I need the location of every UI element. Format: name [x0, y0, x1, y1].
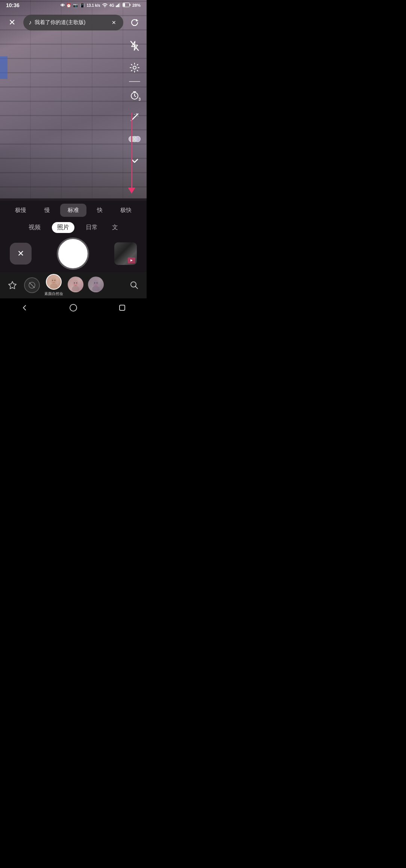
speed-item-slow[interactable]: 慢: [34, 204, 60, 217]
controls-row: ✕: [0, 239, 147, 268]
svg-rect-7: [123, 3, 125, 7]
timer-button[interactable]: 3: [126, 87, 143, 104]
nav-bar: [0, 298, 147, 317]
toolbar-divider: [129, 81, 140, 82]
refresh-button[interactable]: [128, 16, 141, 29]
speed-item-fast[interactable]: 快: [86, 204, 113, 217]
svg-point-0: [104, 6, 105, 8]
svg-rect-4: [119, 3, 120, 7]
speed-item-normal[interactable]: 标准: [60, 204, 86, 217]
svg-point-25: [94, 283, 95, 284]
filter-search-button[interactable]: [127, 278, 141, 292]
mode-photo[interactable]: 照片: [52, 222, 74, 233]
svg-line-14: [29, 283, 35, 288]
mode-selector: 视频 照片 日常 文: [0, 222, 147, 233]
svg-point-29: [70, 304, 77, 311]
home-button[interactable]: [64, 298, 83, 317]
mode-video[interactable]: 视频: [26, 222, 44, 233]
mode-daily[interactable]: 日常: [83, 222, 101, 233]
flash-button[interactable]: [126, 38, 143, 54]
speed-item-very-fast[interactable]: 极快: [113, 204, 139, 217]
filter-face-2[interactable]: [68, 277, 83, 294]
vibrate-icon: 📳: [80, 3, 85, 8]
svg-rect-30: [120, 305, 125, 310]
blue-accent: [0, 56, 8, 79]
status-bar: 10:36 👁 ⏰ 📷 📳 13.1 k/s 4G 28%: [0, 0, 147, 11]
signal-icon: [116, 3, 121, 8]
svg-point-20: [72, 286, 79, 291]
svg-point-24: [92, 286, 100, 291]
recent-apps-button[interactable]: [113, 298, 132, 317]
battery-percent: 28%: [132, 3, 141, 8]
svg-point-21: [74, 283, 75, 284]
filter-natural-makeup-label: 素颜自然妆: [44, 291, 63, 296]
back-button[interactable]: [15, 298, 34, 317]
favorites-button[interactable]: [5, 278, 20, 292]
filter-no-filter[interactable]: [24, 277, 40, 293]
svg-point-16: [50, 283, 58, 289]
mode-text[interactable]: 文: [109, 222, 121, 233]
status-icons: 👁 ⏰ 📷 📳 13.1 k/s 4G 28%: [61, 3, 141, 8]
svg-rect-6: [130, 4, 130, 6]
svg-rect-2: [117, 5, 118, 7]
svg-point-18: [55, 280, 56, 281]
svg-rect-3: [118, 4, 119, 7]
filter-natural-makeup[interactable]: 素颜自然妆: [44, 274, 63, 296]
speed-item-very-slow[interactable]: 极慢: [8, 204, 34, 217]
speed-selector: 极慢 慢 标准 快 极快: [0, 204, 147, 217]
music-title: 我着了你的道(主歌版): [35, 19, 107, 26]
svg-rect-1: [116, 6, 117, 7]
network-speed: 13.1 k/s: [86, 3, 100, 8]
filter-face-3[interactable]: [88, 277, 104, 294]
gallery-thumbnail[interactable]: [114, 242, 137, 265]
timer-badge: 3: [138, 97, 141, 101]
wifi-icon: [102, 3, 108, 8]
data-4g-icon: 4G: [109, 3, 114, 8]
music-remove-button[interactable]: ✕: [110, 18, 118, 27]
alarm-icon: ⏰: [66, 3, 71, 8]
close-button[interactable]: ✕: [5, 16, 19, 29]
eye-icon: 👁: [61, 3, 65, 8]
svg-point-22: [76, 283, 77, 284]
bottom-panel: 极慢 慢 标准 快 极快 视频 照片 日常 文 ✕: [0, 198, 147, 272]
music-note-icon: ♪: [29, 19, 32, 26]
music-pill[interactable]: ♪ 我着了你的道(主歌版) ✕: [23, 15, 123, 30]
cancel-button[interactable]: ✕: [10, 243, 32, 265]
svg-point-26: [97, 283, 98, 284]
svg-point-17: [52, 280, 53, 281]
filter-bar: 素颜自然妆: [0, 272, 147, 298]
battery-icon: [123, 3, 131, 8]
top-bar: ✕ ♪ 我着了你的道(主歌版) ✕: [0, 11, 147, 34]
shutter-button[interactable]: [58, 239, 88, 268]
status-time: 10:36: [6, 2, 20, 8]
camera-indicator-icon: 📷: [73, 3, 78, 8]
svg-point-9: [133, 66, 136, 69]
svg-line-28: [135, 286, 138, 289]
settings-button[interactable]: [126, 59, 143, 76]
pink-arrow: [128, 113, 135, 194]
